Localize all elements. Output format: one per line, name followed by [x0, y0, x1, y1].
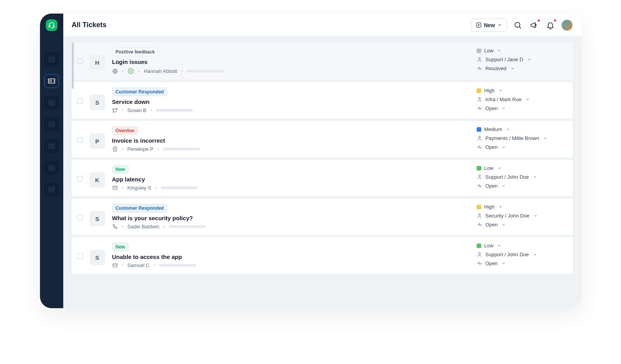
priority-dot-icon — [477, 166, 481, 171]
nav-item-3[interactable] — [44, 117, 59, 131]
ticket-row[interactable]: S Customer Responded What is your securi… — [72, 198, 573, 235]
megaphone-icon — [530, 21, 538, 29]
assignee-dropdown[interactable]: Support / Jane D — [477, 57, 566, 62]
status-dropdown[interactable]: Resolved — [477, 66, 566, 71]
row-checkbox[interactable] — [77, 98, 83, 104]
nav-stack — [44, 52, 59, 197]
status-dropdown[interactable]: Open — [477, 222, 566, 228]
status-dropdown[interactable]: Open — [477, 183, 566, 189]
assignee-dropdown[interactable]: Support / John Doe — [477, 174, 566, 180]
nav-item-4[interactable] — [44, 139, 59, 153]
status-dropdown[interactable]: Open — [477, 260, 566, 266]
ticket-meta: • Sadie Baldwin • — [112, 224, 470, 229]
ticket-controls: High Infra / Mark Roe Open — [477, 88, 566, 111]
nav-item-2[interactable] — [44, 96, 59, 110]
meta-separator: • — [181, 68, 183, 74]
nav-item-6[interactable] — [44, 183, 59, 197]
ticket-row[interactable]: H Positive feedback Login issues • • Han… — [72, 42, 573, 80]
nav-placeholder-icon — [48, 100, 55, 106]
requester-name: Sadie Baldwin — [127, 224, 159, 229]
search-button[interactable] — [512, 20, 523, 31]
ticket-row[interactable]: K New App latency • Kingsley S • Low Sup… — [72, 160, 573, 196]
assignee-dropdown[interactable]: Security / John Doe — [477, 213, 566, 219]
svg-point-3 — [515, 22, 520, 27]
source-icon — [112, 146, 118, 152]
announcements-button[interactable] — [529, 20, 539, 31]
notifications-button[interactable] — [545, 20, 556, 31]
ticket-tag: Positive feedback — [112, 48, 158, 56]
search-icon — [513, 21, 522, 29]
status-dropdown[interactable]: Open — [477, 105, 566, 111]
ticket-title[interactable]: Service down — [112, 98, 470, 105]
ticket-row[interactable]: S New Unable to access the app • Samuel … — [72, 237, 573, 274]
svg-rect-0 — [49, 26, 50, 28]
main: All Tickets New H — [63, 14, 581, 308]
ticket-main: Customer Responded Service down • Susan … — [112, 88, 470, 113]
activity-icon — [477, 222, 482, 228]
page-title: All Tickets — [72, 21, 107, 29]
row-checkbox[interactable] — [77, 215, 83, 220]
meta-placeholder — [163, 148, 200, 150]
row-checkbox[interactable] — [77, 254, 83, 259]
ticket-title[interactable]: What is your security policy? — [112, 215, 470, 221]
requester-name: Susan B — [127, 107, 146, 113]
ticket-row[interactable]: S Customer Responded Service down • Susa… — [72, 82, 573, 119]
ticket-title[interactable]: Invoice is incorrect — [112, 137, 470, 144]
assignee-dropdown[interactable]: Payments / Millie Brown — [477, 135, 566, 141]
priority-dropdown[interactable]: Low — [477, 48, 566, 53]
ticket-list-area: H Positive feedback Login issues • • Han… — [63, 37, 581, 308]
user-avatar[interactable] — [561, 19, 573, 31]
meta-separator: • — [122, 185, 124, 191]
ticket-controls: Low Support / John Doe Open — [477, 243, 566, 266]
nav-item-0[interactable] — [44, 52, 59, 66]
priority-label: Low — [484, 243, 494, 248]
ticket-title[interactable]: App latency — [112, 176, 470, 183]
assignee-label: Payments / Millie Brown — [486, 135, 539, 141]
priority-dropdown[interactable]: High — [477, 88, 566, 93]
ticket-meta: • Susan B • — [112, 107, 470, 113]
plus-box-icon — [476, 22, 482, 28]
ticket-title[interactable]: Login issues — [112, 59, 470, 65]
assignee-label: Support / John Doe — [486, 252, 529, 257]
status-dropdown[interactable]: Open — [477, 144, 566, 150]
assignee-dropdown[interactable]: Infra / Mark Roe — [477, 97, 566, 102]
assignee-label: Security / John Doe — [486, 213, 529, 219]
priority-dropdown[interactable]: High — [477, 204, 566, 210]
ticket-meta: • Samuel C • — [112, 262, 470, 268]
ticket-controls: Low Support / Jane D Resolved — [477, 48, 566, 71]
meta-separator: • — [150, 107, 152, 113]
new-button[interactable]: New — [471, 19, 507, 32]
ticket-title[interactable]: Unable to access the app — [112, 254, 470, 260]
meta-separator: • — [163, 224, 165, 229]
priority-dropdown[interactable]: Low — [477, 243, 566, 248]
requester-name: Penelope P — [127, 146, 153, 152]
nav-item-tickets[interactable] — [44, 74, 59, 88]
assignee-label: Support / John Doe — [486, 174, 529, 180]
priority-dropdown[interactable]: Low — [477, 165, 566, 171]
row-checkbox[interactable] — [77, 59, 83, 64]
meta-separator: • — [122, 262, 124, 268]
sentiment-icon — [127, 67, 134, 74]
nav-item-5[interactable] — [44, 161, 59, 175]
meta-placeholder — [187, 70, 224, 72]
user-icon — [477, 174, 482, 180]
requester-avatar: S — [90, 211, 105, 226]
priority-dropdown[interactable]: Medium — [477, 126, 566, 132]
list-scrollbar[interactable] — [72, 42, 74, 89]
ticket-controls: Medium Payments / Millie Brown Open — [477, 126, 566, 150]
header: All Tickets New — [63, 14, 581, 37]
status-label: Resolved — [486, 66, 507, 71]
priority-label: Low — [484, 48, 494, 53]
row-checkbox[interactable] — [77, 137, 83, 143]
brand-logo[interactable] — [46, 19, 57, 31]
status-label: Open — [486, 222, 498, 228]
ticket-controls: Low Support / John Doe Open — [477, 165, 566, 189]
notifications-badge — [554, 19, 556, 22]
assignee-dropdown[interactable]: Support / John Doe — [477, 252, 566, 257]
nav-placeholder-icon — [48, 56, 55, 62]
requester-avatar: P — [90, 133, 105, 149]
svg-point-6 — [132, 70, 132, 71]
ticket-row[interactable]: P Overdue Invoice is incorrect • Penelop… — [72, 121, 573, 157]
chevron-down-icon — [498, 23, 502, 27]
row-checkbox[interactable] — [77, 176, 83, 181]
